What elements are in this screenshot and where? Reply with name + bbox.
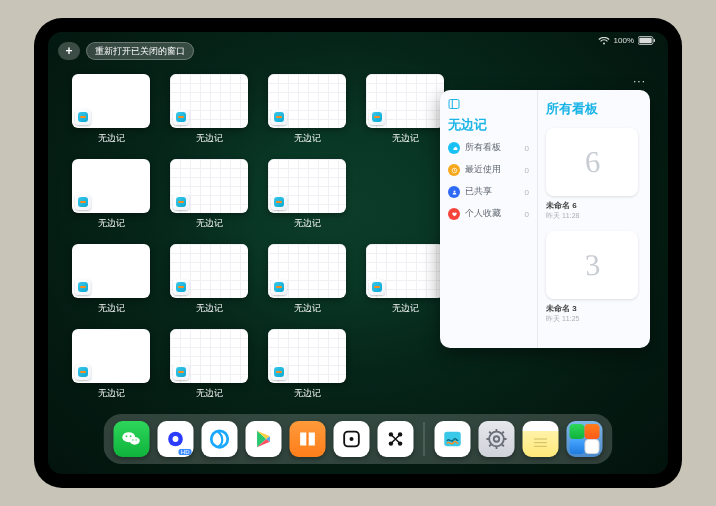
wechat-app[interactable] (114, 421, 150, 457)
svg-point-11 (132, 439, 133, 440)
svg-line-31 (502, 445, 504, 447)
connect-app[interactable] (378, 421, 414, 457)
people-icon (448, 186, 460, 198)
window-tile[interactable]: 无边记 (268, 244, 346, 315)
window-tile[interactable]: 无边记 (72, 244, 150, 315)
freeform-app-badge (369, 279, 385, 295)
window-tile[interactable]: 无边记 (170, 329, 248, 400)
window-tile[interactable]: 无边记 (268, 74, 346, 145)
window-tile-label: 无边记 (392, 302, 419, 315)
sidebar-item[interactable]: 最近使用0 (448, 164, 529, 176)
freeform-panel[interactable]: 无边记 所有看板0最近使用0已共享0个人收藏0 所有看板 6未命名 6昨天 11… (440, 90, 650, 348)
freeform-app-badge (75, 194, 91, 210)
window-tile[interactable]: 无边记 (72, 329, 150, 400)
board-scribble: 3 (583, 248, 600, 283)
window-tile[interactable]: 无边记 (72, 159, 150, 230)
freeform-app-badge (271, 279, 287, 295)
board-scribble: 6 (583, 145, 600, 180)
reopen-label: 重新打开已关闭的窗口 (95, 45, 185, 58)
play-app[interactable] (246, 421, 282, 457)
books-app[interactable] (290, 421, 326, 457)
freeform-app[interactable] (435, 421, 471, 457)
svg-rect-2 (654, 39, 655, 42)
window-thumbnail (72, 74, 150, 128)
panel-left-title: 无边记 (448, 116, 529, 134)
window-tile[interactable]: 无边记 (170, 74, 248, 145)
reopen-closed-window-button[interactable]: 重新打开已关闭的窗口 (86, 42, 194, 60)
freeform-app-badge (75, 109, 91, 125)
board-date: 昨天 11:28 (546, 211, 579, 221)
window-thumbnail (72, 329, 150, 383)
screen: 100% + 重新打开已关闭的窗口 无边记无边记无边记无边记无边记无边记无边记无… (48, 32, 668, 474)
dice-app[interactable] (334, 421, 370, 457)
clock-icon (448, 164, 460, 176)
board-item[interactable]: 3未命名 3昨天 11:25 (546, 231, 642, 324)
sidebar-item-count: 0 (525, 188, 529, 197)
window-thumbnail (170, 74, 248, 128)
window-tile[interactable]: 无边记 (366, 74, 444, 145)
qq-browser-app[interactable] (202, 421, 238, 457)
heart-icon (448, 208, 460, 220)
new-window-button[interactable]: + (58, 42, 80, 60)
freeform-app-badge (75, 364, 91, 380)
notes-app[interactable] (523, 421, 559, 457)
window-tile[interactable]: 无边记 (72, 74, 150, 145)
window-tile[interactable]: 无边记 (268, 329, 346, 400)
plus-icon: + (65, 44, 72, 58)
window-thumbnail (170, 244, 248, 298)
freeform-app-badge (173, 194, 189, 210)
freeform-app-badge (173, 109, 189, 125)
panel-right-title: 所有看板 (546, 100, 642, 118)
sidebar-item[interactable]: 所有看板0 (448, 142, 529, 154)
window-tile[interactable]: 无边记 (170, 244, 248, 315)
window-tile[interactable]: 无边记 (170, 159, 248, 230)
svg-point-14 (173, 436, 179, 442)
panel-content: 所有看板 6未命名 6昨天 11:283未命名 3昨天 11:25 (538, 90, 650, 348)
svg-line-30 (489, 432, 491, 434)
sidebar-item-label: 个人收藏 (465, 208, 501, 220)
board-date: 昨天 11:25 (546, 314, 579, 324)
sidebar-item-label: 所有看板 (465, 142, 501, 154)
svg-point-24 (489, 432, 504, 447)
app-library[interactable] (567, 421, 603, 457)
svg-point-18 (349, 437, 353, 441)
dock-separator (424, 422, 425, 456)
window-tile-label: 无边记 (294, 132, 321, 145)
window-thumbnail (72, 244, 150, 298)
sidebar-item-label: 最近使用 (465, 164, 501, 176)
window-tile-label: 无边记 (98, 302, 125, 315)
window-tile-label: 无边记 (196, 217, 223, 230)
window-tile-label: 无边记 (98, 132, 125, 145)
sidebar-item-count: 0 (525, 166, 529, 175)
svg-point-10 (130, 435, 132, 437)
board-name: 未命名 3 (546, 303, 577, 314)
sidebar-item[interactable]: 个人收藏0 (448, 208, 529, 220)
window-tile-label: 无边记 (98, 217, 125, 230)
window-thumbnail (366, 74, 444, 128)
board-item[interactable]: 6未命名 6昨天 11:28 (546, 128, 642, 221)
status-bar: 100% (598, 36, 656, 45)
sidebar-item[interactable]: 已共享0 (448, 186, 529, 198)
svg-rect-1 (639, 38, 651, 43)
window-tile[interactable]: 无边记 (366, 244, 444, 315)
window-thumbnail (170, 329, 248, 383)
panel-header (448, 98, 529, 110)
battery-text: 100% (614, 36, 634, 45)
freeform-app-badge (173, 279, 189, 295)
window-thumbnail (366, 244, 444, 298)
panel-more-button[interactable]: ··· (633, 74, 646, 88)
window-tile[interactable]: 无边记 (268, 159, 346, 230)
freeform-app-badge (75, 279, 91, 295)
panel-sidebar: 无边记 所有看板0最近使用0已共享0个人收藏0 (440, 90, 538, 348)
freeform-app-badge (271, 194, 287, 210)
window-thumbnail (170, 159, 248, 213)
freeform-app-badge (369, 109, 385, 125)
freeform-app-badge (271, 364, 287, 380)
settings-app[interactable] (479, 421, 515, 457)
window-thumbnail (268, 329, 346, 383)
quark-app[interactable]: HD (158, 421, 194, 457)
window-tile-label: 无边记 (196, 302, 223, 315)
freeform-app-badge (173, 364, 189, 380)
window-tile-label: 无边记 (196, 387, 223, 400)
freeform-app-badge (271, 109, 287, 125)
